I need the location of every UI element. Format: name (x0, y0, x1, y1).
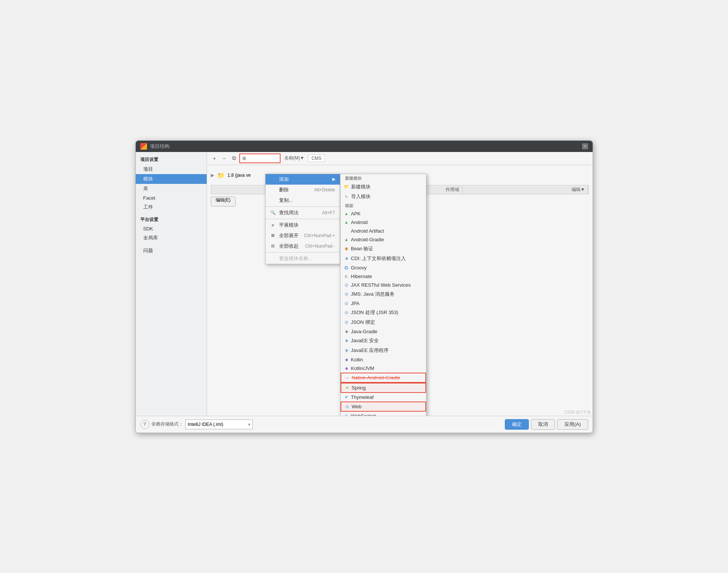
collapse-menu-icon: ⊟ (270, 243, 276, 249)
submenu-item-json353[interactable]: ◎ JSON 处理 (JSR 353) (341, 308, 426, 317)
submenu-item-jms[interactable]: ◎ JMS: Java 消息服务 (341, 289, 426, 299)
menu-sep-3 (266, 252, 340, 253)
main-content: 项目设置 项目 模块 库 Facet 工件 平台设置 SDK 全局库 问题 + … (136, 152, 593, 416)
rename-menu-label: 更改模块名称... (279, 255, 335, 262)
groovy-icon: G (344, 265, 350, 271)
submenu-item-import-module[interactable]: ↳ 导入模块 (341, 192, 426, 202)
submenu-item-android-gradle[interactable]: ▲ Android-Gradle (341, 235, 426, 244)
add-menu-label: 添加 (279, 176, 329, 183)
sidebar-item-artifact[interactable]: 工件 (136, 202, 207, 212)
cancel-button[interactable]: 取消 (531, 419, 555, 430)
app-icon (140, 143, 147, 150)
bottom-right: 确定 取消 应用(A) (505, 419, 588, 430)
sidebar-item-library[interactable]: 库 (136, 184, 207, 194)
submenu-item-android-artifact[interactable]: Android Artifact (341, 227, 426, 235)
submenu-item-groovy[interactable]: G Groovy (341, 263, 426, 272)
menu-item-copy[interactable]: 复制... (266, 195, 340, 206)
sidebar-item-module[interactable]: 模块 (136, 174, 207, 184)
submenu-item-kotlin[interactable]: ◆ Kotlin (341, 355, 426, 364)
menu-item-rename: 更改模块名称... (266, 253, 340, 264)
delete-menu-icon (270, 187, 276, 193)
confirm-button[interactable]: 确定 (505, 419, 529, 430)
delete-menu-label: 删除 (279, 186, 311, 193)
context-menu: 添加 ▶ 删除 Alt+Delete 复制... 🔍 查找用法 Alt+F7 (265, 174, 340, 264)
window-title: 项目结构 (150, 143, 170, 150)
platform-settings-title: 平台设置 (136, 215, 207, 224)
new-module-icon: 📁 (344, 184, 350, 190)
submenu-item-cdi[interactable]: ◈ CDI: 上下文和依赖项注入 (341, 254, 426, 263)
add-menu-icon (270, 176, 276, 182)
titlebar-left: 项目结构 (140, 143, 170, 150)
edit-button[interactable]: 编辑(E) (211, 197, 236, 206)
project-structure-dialog: 项目结构 × 项目设置 项目 模块 库 Facet 工件 平台设置 SDK 全局… (135, 140, 593, 433)
submenu-item-javaee-security[interactable]: ◈ JavaEE 安全 (341, 336, 426, 346)
menu-item-expand[interactable]: ⊞ 全部展开 Ctrl+NumPad + (266, 230, 340, 241)
submenu-item-web[interactable]: ◎ Web (341, 402, 426, 412)
javaee-security-icon: ◈ (344, 338, 350, 344)
submenu-item-json-binding[interactable]: ◎ JSON 绑定 (341, 317, 426, 327)
submenu-item-java-gradle[interactable]: ◈ Java-Gradle (341, 327, 426, 336)
submenu-item-new-module[interactable]: 📁 新建模块 (341, 182, 426, 192)
expand-menu-icon: ⊞ (270, 233, 276, 239)
folder-icon: 📁 (217, 172, 225, 179)
web-icon: ◎ (344, 403, 350, 409)
sidebar-item-project[interactable]: 项目 (136, 164, 207, 174)
sidebar-item-facet[interactable]: Facet (136, 194, 207, 202)
close-button[interactable]: × (582, 143, 588, 149)
copy-menu-label: 复制... (279, 197, 335, 204)
android-icon: ▲ (344, 219, 350, 225)
submenu-item-thymeleaf[interactable]: ✔ Thymeleaf (341, 393, 426, 402)
right-panel: + − ⧉ ▦ 名称(M)▼ CMS ▶ 📁 1.8 (java ve (207, 152, 593, 416)
name-column-label: 名称(M)▼ (281, 154, 308, 162)
menu-item-add[interactable]: 添加 ▶ (266, 174, 340, 185)
menu-item-flatten[interactable]: ≡ 平展模块 (266, 220, 340, 230)
submenu-item-spring[interactable]: ❧ Spring (341, 383, 426, 393)
add-module-button[interactable]: + (210, 154, 219, 163)
java-gradle-icon: ◈ (344, 328, 350, 334)
native-icon: — (344, 374, 350, 380)
menu-sep-2 (266, 219, 340, 219)
dep-select[interactable]: IntelliJ IDEA (.iml) (185, 420, 253, 429)
submenu-item-native[interactable]: — Native-Android-Gradle (341, 373, 426, 383)
menu-sep-1 (266, 206, 340, 207)
expand-shortcut: Ctrl+NumPad + (304, 233, 335, 238)
submenu-item-hibernate[interactable]: ◐ Hibernate (341, 272, 426, 281)
edit-cell: 编辑▼ (462, 185, 588, 194)
android-gradle-icon: ▲ (344, 236, 350, 242)
find-shortcut: Alt+F7 (322, 210, 335, 215)
submenu-item-javaee-app[interactable]: ◈ JavaEE 应用程序 (341, 346, 426, 355)
copy-module-button[interactable]: ⧉ (230, 154, 239, 163)
submenu-item-apk[interactable]: ▲ APK (341, 209, 426, 218)
sidebar-item-global-library[interactable]: 全局库 (136, 233, 207, 243)
sidebar-item-problems[interactable]: 问题 (136, 246, 207, 256)
jdk-value: 1.8 (java ve (228, 173, 251, 178)
remove-module-button[interactable]: − (220, 154, 229, 163)
module-toolbar: + − ⧉ ▦ 名称(M)▼ CMS (207, 152, 593, 165)
sidebar: 项目设置 项目 模块 库 Facet 工件 平台设置 SDK 全局库 问题 (136, 152, 207, 416)
submenu-item-android[interactable]: ▲ Android (341, 218, 426, 227)
import-module-icon: ↳ (344, 194, 350, 200)
kotlin-jvm-icon: ◆ (344, 365, 350, 371)
menu-item-delete[interactable]: 删除 Alt+Delete (266, 185, 340, 195)
json353-icon: ◎ (344, 310, 350, 316)
find-menu-icon: 🔍 (270, 210, 276, 216)
menu-item-collapse[interactable]: ⊟ 全部收起 Ctrl+NumPad - (266, 241, 340, 251)
jax-icon: ◎ (344, 282, 350, 288)
submenu-item-jpa[interactable]: ◎ JPA (341, 299, 426, 308)
submenu-item-websocket[interactable]: ◎ WebSocket (341, 412, 426, 416)
expand-menu-label: 全部展开 (279, 232, 301, 239)
add-menu-arrow: ▶ (332, 177, 335, 182)
spring-icon: ❧ (344, 385, 350, 391)
help-button[interactable]: ? (140, 420, 149, 429)
menu-item-find[interactable]: 🔍 查找用法 Alt+F7 (266, 208, 340, 218)
submenu-item-jax[interactable]: ◎ JAX RESTful Web Services (341, 281, 426, 289)
collapse-shortcut: Ctrl+NumPad - (305, 244, 335, 249)
jpa-icon: ◎ (344, 300, 350, 306)
submenu-item-kotlin-jvm[interactable]: ◆ Kotlin/JVM (341, 364, 426, 373)
sidebar-item-sdk[interactable]: SDK (136, 224, 207, 233)
submenu-item-bean[interactable]: ◉ Bean 验证 (341, 244, 426, 254)
cms-label: CMS (308, 155, 325, 162)
javaee-app-icon: ◈ (344, 347, 350, 353)
module-name-text: ▦ (242, 156, 252, 161)
apply-button[interactable]: 应用(A) (557, 419, 588, 430)
